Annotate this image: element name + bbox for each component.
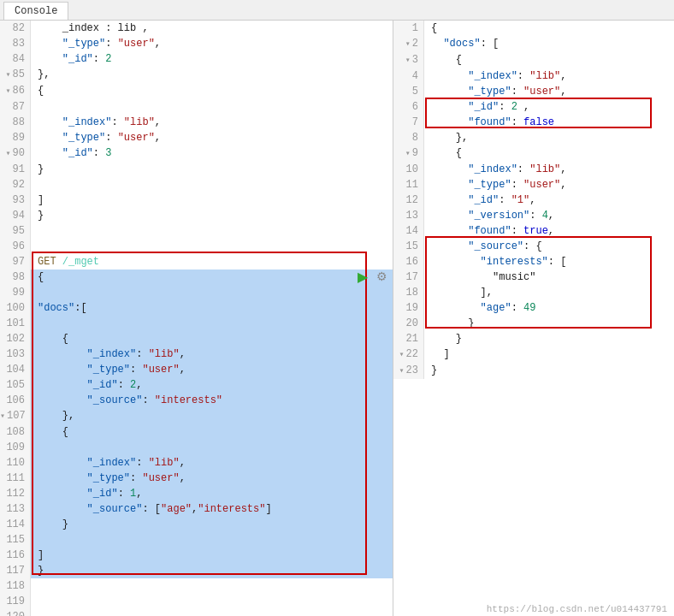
line-content: ]	[31, 548, 393, 563]
right-scroll-area[interactable]: 1{▾2 "docs": [▾3 {4 "_index": "lib",5 "_…	[393, 21, 674, 616]
left-line-117: 117}	[0, 563, 393, 578]
right-line-14: 14 "found": true,	[393, 223, 674, 239]
line-number: 16	[393, 254, 424, 270]
line-number: 118	[0, 578, 31, 594]
left-scroll-area[interactable]: 82 _index : lib ,83 "_type": "user",84 "…	[0, 21, 393, 616]
left-editor-pane: 82 _index : lib ,83 "_type": "user",84 "…	[0, 21, 393, 616]
line-number: 98	[0, 270, 31, 285]
line-number: 10	[393, 162, 424, 177]
line-content: "_index": "lib",	[31, 115, 393, 130]
left-line-106: 106 "_source": "interests"	[0, 393, 393, 408]
line-content	[31, 223, 393, 239]
line-content: "found": false	[424, 115, 674, 130]
settings-button[interactable]: ⚙	[374, 269, 389, 284]
line-content	[31, 177, 393, 192]
line-content: "_type": "user",	[424, 177, 674, 192]
left-line-115: 115	[0, 532, 393, 548]
line-content: "_type": "user",	[31, 471, 393, 486]
left-line-114: 114 }	[0, 517, 393, 532]
line-content: {	[424, 145, 674, 162]
left-line-107: ▾107 },	[0, 408, 393, 424]
line-number: 87	[0, 99, 31, 115]
right-editor-pane: 1{▾2 "docs": [▾3 {4 "_index": "lib",5 "_…	[393, 21, 674, 616]
left-line-104: 104 "_type": "user",	[0, 362, 393, 377]
line-number: ▾23	[393, 363, 424, 379]
line-number: 109	[0, 440, 31, 455]
left-line-113: 113 "_source": ["age","interests"]	[0, 501, 393, 517]
footer-url: https://blog.csdn.net/u014437791	[487, 604, 667, 614]
line-content: }	[31, 208, 393, 223]
collapse-icon[interactable]: ▾	[405, 56, 412, 65]
left-line-84: 84 "_id": 2	[0, 51, 393, 67]
collapse-icon[interactable]: ▾	[6, 86, 13, 96]
line-number: 114	[0, 517, 31, 532]
line-content: }	[424, 316, 674, 331]
line-number: 6	[393, 99, 424, 115]
right-line-4: 4 "_index": "lib",	[393, 68, 674, 84]
line-number: 106	[0, 393, 31, 408]
line-content: "_version": 4,	[424, 208, 674, 223]
left-line-89: 89 "_type": "user",	[0, 130, 393, 145]
line-number: 103	[0, 346, 31, 362]
line-content: "docs":[	[31, 300, 393, 316]
line-number: 83	[0, 36, 31, 51]
line-content: "_id": 2 ,	[424, 99, 674, 115]
right-line-6: 6 "_id": 2 ,	[393, 99, 674, 115]
line-content	[31, 285, 393, 300]
line-content: ]	[424, 346, 674, 363]
line-content: }	[31, 517, 393, 532]
console-tab[interactable]: Console	[3, 2, 68, 20]
line-content: ]	[31, 192, 393, 208]
line-content	[31, 609, 393, 616]
left-line-88: 88 "_index": "lib",	[0, 115, 393, 130]
line-number: ▾90	[0, 145, 31, 162]
collapse-icon[interactable]: ▾	[6, 149, 13, 158]
left-line-94: 94}	[0, 208, 393, 223]
collapse-icon[interactable]: ▾	[405, 149, 412, 158]
line-number: 91	[0, 162, 31, 177]
line-content: "_index": "lib",	[424, 68, 674, 84]
line-content: "_type": "user",	[424, 84, 674, 99]
line-number: ▾107	[0, 408, 31, 424]
line-number: 105	[0, 377, 31, 393]
line-content: },	[31, 67, 393, 83]
line-number: 115	[0, 532, 31, 548]
line-content: {	[31, 83, 393, 99]
run-button[interactable]: ▶	[355, 269, 370, 284]
left-line-83: 83 "_type": "user",	[0, 36, 393, 51]
line-number: 21	[393, 331, 424, 346]
line-content: "age": 49	[424, 300, 674, 316]
collapse-icon[interactable]: ▾	[0, 412, 7, 421]
right-line-2: ▾2 "docs": [	[393, 36, 674, 52]
collapse-icon[interactable]: ▾	[399, 350, 406, 359]
right-line-20: 20 }	[393, 316, 674, 331]
line-number: ▾22	[393, 346, 424, 363]
right-line-8: 8 },	[393, 130, 674, 145]
line-content: "_index": "lib",	[31, 346, 393, 362]
right-line-22: ▾22 ]	[393, 346, 674, 363]
line-content: "_source": "interests"	[31, 393, 393, 408]
line-content: "_id": "1",	[424, 192, 674, 208]
line-content: "_type": "user",	[31, 36, 393, 51]
line-number: 82	[0, 21, 31, 36]
left-line-91: 91}	[0, 162, 393, 177]
right-line-3: ▾3 {	[393, 52, 674, 68]
line-content: "_id": 3	[31, 145, 393, 162]
right-line-17: 17 "music"	[393, 270, 674, 285]
collapse-icon[interactable]: ▾	[405, 39, 412, 49]
left-line-118: 118	[0, 578, 393, 594]
collapse-icon[interactable]: ▾	[399, 366, 406, 376]
left-line-86: ▾86{	[0, 83, 393, 99]
left-line-92: 92	[0, 177, 393, 192]
right-line-13: 13 "_version": 4,	[393, 208, 674, 223]
right-line-12: 12 "_id": "1",	[393, 192, 674, 208]
line-content: "_id": 2,	[31, 377, 393, 393]
left-line-87: 87	[0, 99, 393, 115]
left-line-97: 97GET /_mget	[0, 254, 393, 270]
action-buttons: ▶ ⚙	[355, 269, 389, 284]
collapse-icon[interactable]: ▾	[6, 70, 13, 80]
line-content: }	[31, 563, 393, 578]
line-content: "docs": [	[424, 36, 674, 52]
line-number: 95	[0, 223, 31, 239]
left-line-112: 112 "_id": 1,	[0, 486, 393, 501]
